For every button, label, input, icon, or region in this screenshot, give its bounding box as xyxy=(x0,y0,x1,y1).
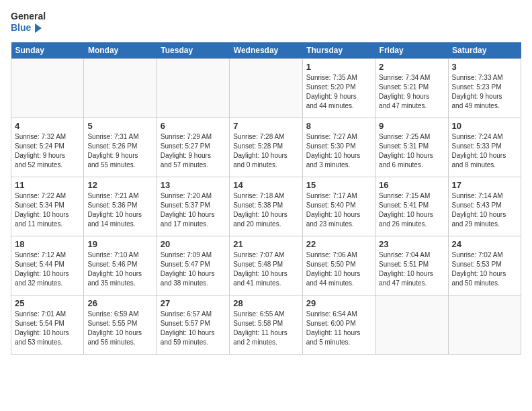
day-info: Sunrise: 7:35 AMSunset: 5:20 PMDaylight:… xyxy=(306,73,371,111)
day-number: 23 xyxy=(379,239,444,249)
day-info: Sunrise: 7:14 AMSunset: 5:43 PMDaylight:… xyxy=(452,191,517,229)
day-number: 6 xyxy=(161,121,226,131)
calendar-cell: 15Sunrise: 7:17 AMSunset: 5:40 PMDayligh… xyxy=(302,177,375,236)
calendar-cell: 18Sunrise: 7:12 AMSunset: 5:44 PMDayligh… xyxy=(11,236,84,295)
calendar-cell xyxy=(11,58,84,118)
svg-marker-0 xyxy=(35,24,42,33)
day-number: 1 xyxy=(306,62,371,72)
day-info: Sunrise: 7:06 AMSunset: 5:50 PMDaylight:… xyxy=(306,250,371,288)
weekday-header-friday: Friday xyxy=(375,42,448,59)
day-number: 9 xyxy=(379,121,444,131)
day-info: Sunrise: 7:32 AMSunset: 5:24 PMDaylight:… xyxy=(15,132,80,170)
day-info: Sunrise: 7:17 AMSunset: 5:40 PMDaylight:… xyxy=(306,191,371,229)
week-row-3: 11Sunrise: 7:22 AMSunset: 5:34 PMDayligh… xyxy=(11,177,521,236)
day-number: 19 xyxy=(87,239,152,249)
calendar-cell: 22Sunrise: 7:06 AMSunset: 5:50 PMDayligh… xyxy=(302,236,375,295)
day-info: Sunrise: 7:01 AMSunset: 5:54 PMDaylight:… xyxy=(15,310,80,347)
calendar-cell: 8Sunrise: 7:27 AMSunset: 5:30 PMDaylight… xyxy=(302,118,375,177)
day-info: Sunrise: 7:18 AMSunset: 5:38 PMDaylight:… xyxy=(233,191,298,229)
calendar-cell xyxy=(84,58,157,118)
day-info: Sunrise: 6:57 AMSunset: 5:57 PMDaylight:… xyxy=(161,310,226,347)
day-number: 14 xyxy=(233,180,298,190)
calendar-cell: 4Sunrise: 7:32 AMSunset: 5:24 PMDaylight… xyxy=(11,118,84,177)
calendar-cell: 19Sunrise: 7:10 AMSunset: 5:46 PMDayligh… xyxy=(84,236,157,295)
day-number: 13 xyxy=(161,180,226,190)
calendar-cell xyxy=(375,295,448,354)
weekday-header-sunday: Sunday xyxy=(11,42,84,59)
page-header: General Blue xyxy=(11,11,521,34)
day-number: 28 xyxy=(233,298,298,308)
calendar-cell: 6Sunrise: 7:29 AMSunset: 5:27 PMDaylight… xyxy=(157,118,229,177)
day-number: 26 xyxy=(87,298,152,308)
day-info: Sunrise: 7:12 AMSunset: 5:44 PMDaylight:… xyxy=(15,250,80,288)
day-number: 15 xyxy=(306,180,371,190)
day-number: 8 xyxy=(306,121,371,131)
day-number: 2 xyxy=(379,62,444,72)
day-info: Sunrise: 7:27 AMSunset: 5:30 PMDaylight:… xyxy=(306,132,371,170)
weekday-header-wednesday: Wednesday xyxy=(230,42,302,59)
day-info: Sunrise: 7:02 AMSunset: 5:53 PMDaylight:… xyxy=(452,250,517,288)
week-row-4: 18Sunrise: 7:12 AMSunset: 5:44 PMDayligh… xyxy=(11,236,521,295)
calendar-cell: 11Sunrise: 7:22 AMSunset: 5:34 PMDayligh… xyxy=(11,177,84,236)
calendar-cell xyxy=(448,295,521,354)
day-number: 4 xyxy=(15,121,80,131)
day-info: Sunrise: 7:28 AMSunset: 5:28 PMDaylight:… xyxy=(233,132,298,170)
calendar-cell: 14Sunrise: 7:18 AMSunset: 5:38 PMDayligh… xyxy=(230,177,302,236)
day-info: Sunrise: 7:34 AMSunset: 5:21 PMDaylight:… xyxy=(379,73,444,111)
day-info: Sunrise: 7:09 AMSunset: 5:47 PMDaylight:… xyxy=(161,250,226,288)
day-info: Sunrise: 7:24 AMSunset: 5:33 PMDaylight:… xyxy=(452,132,517,170)
day-number: 16 xyxy=(379,180,444,190)
calendar-cell: 20Sunrise: 7:09 AMSunset: 5:47 PMDayligh… xyxy=(157,236,229,295)
weekday-header-row: SundayMondayTuesdayWednesdayThursdayFrid… xyxy=(11,42,521,59)
calendar-cell: 10Sunrise: 7:24 AMSunset: 5:33 PMDayligh… xyxy=(448,118,521,177)
calendar-cell xyxy=(230,58,302,118)
calendar-cell: 12Sunrise: 7:21 AMSunset: 5:36 PMDayligh… xyxy=(84,177,157,236)
logo-arrow-icon xyxy=(32,22,44,34)
calendar-cell xyxy=(157,58,229,118)
calendar-cell: 21Sunrise: 7:07 AMSunset: 5:48 PMDayligh… xyxy=(230,236,302,295)
day-info: Sunrise: 6:59 AMSunset: 5:55 PMDaylight:… xyxy=(87,310,152,347)
day-info: Sunrise: 7:22 AMSunset: 5:34 PMDaylight:… xyxy=(15,191,80,229)
day-number: 24 xyxy=(452,239,517,249)
weekday-header-monday: Monday xyxy=(84,42,157,59)
calendar-cell: 26Sunrise: 6:59 AMSunset: 5:55 PMDayligh… xyxy=(84,295,157,354)
calendar-cell: 16Sunrise: 7:15 AMSunset: 5:41 PMDayligh… xyxy=(375,177,448,236)
logo: General Blue xyxy=(11,11,46,34)
calendar-cell: 25Sunrise: 7:01 AMSunset: 5:54 PMDayligh… xyxy=(11,295,84,354)
weekday-header-tuesday: Tuesday xyxy=(157,42,229,59)
day-info: Sunrise: 6:54 AMSunset: 6:00 PMDaylight:… xyxy=(306,310,371,347)
calendar-cell: 3Sunrise: 7:33 AMSunset: 5:23 PMDaylight… xyxy=(448,58,521,118)
day-info: Sunrise: 7:07 AMSunset: 5:48 PMDaylight:… xyxy=(233,250,298,288)
day-number: 18 xyxy=(15,239,80,249)
day-info: Sunrise: 7:25 AMSunset: 5:31 PMDaylight:… xyxy=(379,132,444,170)
calendar-cell: 9Sunrise: 7:25 AMSunset: 5:31 PMDaylight… xyxy=(375,118,448,177)
day-number: 22 xyxy=(306,239,371,249)
day-info: Sunrise: 6:55 AMSunset: 5:58 PMDaylight:… xyxy=(233,310,298,347)
day-info: Sunrise: 7:21 AMSunset: 5:36 PMDaylight:… xyxy=(87,191,152,229)
day-info: Sunrise: 7:20 AMSunset: 5:37 PMDaylight:… xyxy=(161,191,226,229)
day-number: 3 xyxy=(452,62,517,72)
calendar-cell: 1Sunrise: 7:35 AMSunset: 5:20 PMDaylight… xyxy=(302,58,375,118)
calendar-cell: 2Sunrise: 7:34 AMSunset: 5:21 PMDaylight… xyxy=(375,58,448,118)
calendar-table: SundayMondayTuesdayWednesdayThursdayFrid… xyxy=(11,42,521,355)
week-row-5: 25Sunrise: 7:01 AMSunset: 5:54 PMDayligh… xyxy=(11,295,521,354)
day-number: 27 xyxy=(161,298,226,308)
day-info: Sunrise: 7:04 AMSunset: 5:51 PMDaylight:… xyxy=(379,250,444,288)
day-number: 20 xyxy=(161,239,226,249)
calendar-cell: 29Sunrise: 6:54 AMSunset: 6:00 PMDayligh… xyxy=(302,295,375,354)
week-row-1: 1Sunrise: 7:35 AMSunset: 5:20 PMDaylight… xyxy=(11,58,521,118)
calendar-cell: 7Sunrise: 7:28 AMSunset: 5:28 PMDaylight… xyxy=(230,118,302,177)
day-number: 17 xyxy=(452,180,517,190)
weekday-header-saturday: Saturday xyxy=(448,42,521,59)
calendar-cell: 17Sunrise: 7:14 AMSunset: 5:43 PMDayligh… xyxy=(448,177,521,236)
day-info: Sunrise: 7:29 AMSunset: 5:27 PMDaylight:… xyxy=(161,132,226,170)
logo-text: General Blue xyxy=(11,11,46,34)
calendar-cell: 13Sunrise: 7:20 AMSunset: 5:37 PMDayligh… xyxy=(157,177,229,236)
day-number: 21 xyxy=(233,239,298,249)
day-number: 29 xyxy=(306,298,371,308)
day-info: Sunrise: 7:10 AMSunset: 5:46 PMDaylight:… xyxy=(87,250,152,288)
calendar-cell: 23Sunrise: 7:04 AMSunset: 5:51 PMDayligh… xyxy=(375,236,448,295)
day-number: 10 xyxy=(452,121,517,131)
day-info: Sunrise: 7:15 AMSunset: 5:41 PMDaylight:… xyxy=(379,191,444,229)
day-number: 11 xyxy=(15,180,80,190)
